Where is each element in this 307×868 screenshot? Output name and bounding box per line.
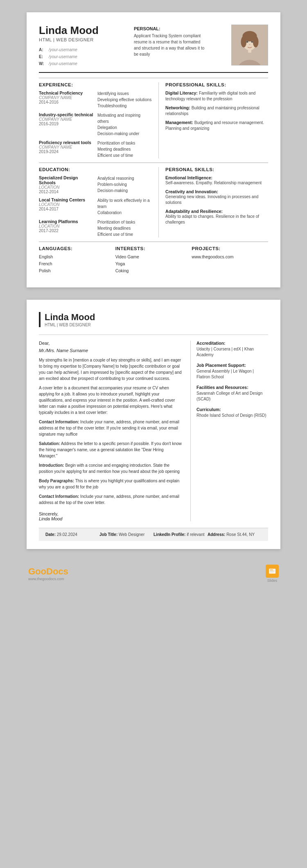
edu-title-0: Specialized Design Schools xyxy=(39,175,93,185)
exp-skill-1-0: Motivating and inspiring others xyxy=(97,112,152,124)
edu-skill-2-1: Meeting deadlines xyxy=(97,225,152,231)
edu-date-1: 2014-2017 xyxy=(39,207,93,211)
exp-left-1: Industry-specific technical COMPANY NAME… xyxy=(39,112,93,137)
brand-url: www.thegoodocs.com xyxy=(28,577,68,581)
edu-left-2: Learning Platforms LOCATION 2017-2022 xyxy=(39,219,93,237)
cover-sidebar: Accreditation: Udacity | Coursera | edX … xyxy=(190,341,268,521)
edu-skill-0-0: Analytical reasoning xyxy=(97,175,152,181)
resume-name: Linda Mood xyxy=(39,25,99,36)
exp-date-1: 2016-2019 xyxy=(39,122,93,126)
edu-skills-0: Analytical reasoning Problem-solving Dec… xyxy=(97,175,152,194)
brand-logo-main: Goo xyxy=(28,566,46,576)
edu-skills-1: Ability to work effectively in a team Co… xyxy=(97,197,152,216)
cover-title: HTML | WEB DESIGNER xyxy=(45,323,268,327)
exp-title-2: Proficiency relevant tools xyxy=(39,140,93,145)
svg-point-6 xyxy=(246,41,248,43)
exp-title-1: Industry-specific technical xyxy=(39,112,93,117)
svg-rect-12 xyxy=(270,571,275,571)
contact-label-a: A: xyxy=(39,46,46,53)
skill-1: Networking: Building and maintaining pro… xyxy=(165,105,268,117)
exp-skill-0-2: Troubleshooting xyxy=(97,103,152,109)
sidebar-entry-text-2: Savannah College of Art and Design (SCAD… xyxy=(196,391,268,402)
edu-skill-2-2: Efficient use of time xyxy=(97,231,152,237)
personal-skill-desc-2: Ability to adapt to changes. Resilience … xyxy=(165,214,268,225)
footer-linkedin-label: LinkedIn Profile: xyxy=(154,532,185,537)
exp-company-2: COMPANY NAME xyxy=(39,145,93,149)
contact-label-w: W: xyxy=(39,60,46,67)
cover-section-2: Introduction: Begin with a concise and e… xyxy=(39,462,182,475)
sidebar-entry-text-3: Rhode Island School of Design (RISD) xyxy=(196,413,268,418)
exp-item-0: Technical Proficiency COMPANY NAME 2014-… xyxy=(39,90,152,109)
sidebar-entry-title-0: Accreditation: xyxy=(196,341,268,346)
cover-sincerely: Sincerely, xyxy=(39,511,182,516)
footer-linkedin-value: if relevant xyxy=(187,532,204,537)
skill-name-1: Networking: xyxy=(165,105,190,110)
exp-skill-0-1: Developing effective solutions xyxy=(97,97,152,103)
svg-point-7 xyxy=(251,41,253,43)
sidebar-entry-text-1: General Assembly | Le Wagon | Flatiron S… xyxy=(196,368,268,380)
footer-job-label: Job Title: xyxy=(99,532,117,537)
resume-header: Linda Mood HTML | WEB DESIGNER A: /your-… xyxy=(39,25,268,73)
svg-rect-9 xyxy=(248,50,251,53)
exp-date-0: 2014-2016 xyxy=(39,100,93,104)
edu-location-1: LOCATION xyxy=(39,202,93,207)
interest-0: Video Game xyxy=(115,254,188,259)
exp-skill-2-0: Prioritization of tasks xyxy=(97,140,152,146)
personal-skill-2: Adaptability and Resilience: Ability to … xyxy=(165,209,268,225)
footer-date-col: Date: 29.02.2024 xyxy=(45,532,99,537)
contact-label-e: E: xyxy=(39,53,46,60)
skill-2: Management: Budgeting and resource manag… xyxy=(165,120,268,131)
branding-footer: GooDocs www.thegoodocs.com Slides xyxy=(27,561,280,583)
edu-location-2: LOCATION xyxy=(39,224,93,228)
langs-interests-projects-row: LANGUAGES: English French Polish INTERES… xyxy=(39,242,268,275)
edu-item-1: Local Training Centers LOCATION 2014-201… xyxy=(39,197,152,216)
edu-item-0: Specialized Design Schools LOCATION 2012… xyxy=(39,175,152,194)
cover-paragraph-1: A cover letter is a document that accomp… xyxy=(39,385,182,416)
exp-company-1: COMPANY NAME xyxy=(39,117,93,122)
slides-label: Slides xyxy=(267,579,278,583)
resume-header-left: Linda Mood HTML | WEB DESIGNER A: /your-… xyxy=(39,25,99,67)
cover-section-label-1: Salutation: xyxy=(39,441,60,446)
svg-rect-13 xyxy=(270,572,274,572)
sidebar-entry-text-0: Udacity | Coursera | edX | Khan Academy xyxy=(196,346,268,358)
education-section-row: EDUCATION: Specialized Design Schools LO… xyxy=(39,163,268,237)
footer-job-value: Web Designer xyxy=(119,532,144,537)
cover-salutation-name: Mr./Mrs. Name Surname xyxy=(39,348,182,353)
cover-section-3: Body Paragraphs: This is where you highl… xyxy=(39,478,182,490)
sidebar-entry-2: Facilities and Resources: Savannah Colle… xyxy=(196,385,268,402)
personal-skill-name-0: Emotional Intelligence: xyxy=(165,175,212,180)
slides-icon xyxy=(266,565,279,578)
language-1: French xyxy=(39,261,111,266)
sidebar-entry-title-3: Curriculum: xyxy=(196,407,268,412)
footer-linkedin-col: LinkedIn Profile: if relevant xyxy=(154,532,208,537)
language-2: Polish xyxy=(39,268,111,273)
contact-value-a: /your-username xyxy=(49,46,77,53)
resume-title: HTML | WEB DESIGNER xyxy=(39,37,99,42)
projects-col: PROJECTS: www.thegoodocs.com xyxy=(192,246,268,275)
experience-col: EXPERIENCE: Technical Proficiency COMPAN… xyxy=(39,82,158,158)
cover-body-row: Dear, Mr./Mrs. Name Surname My strengths… xyxy=(39,341,268,521)
exp-left-0: Technical Proficiency COMPANY NAME 2014-… xyxy=(39,90,93,109)
footer-job-col: Job Title: Web Designer xyxy=(99,532,154,537)
personal-skill-name-2: Adaptability and Resilience: xyxy=(165,209,223,214)
personal-skill-1: Creativity and Innovation: Generating ne… xyxy=(165,189,268,206)
edu-left-0: Specialized Design Schools LOCATION 2012… xyxy=(39,175,93,194)
cover-letter-page: Linda Mood HTML | WEB DESIGNER Dear, Mr.… xyxy=(27,300,280,549)
cover-footer: Date: 29.02.2024 Job Title: Web Designer… xyxy=(39,528,268,541)
svg-point-8 xyxy=(249,44,251,45)
cover-section-label-0: Contact Information: xyxy=(39,420,79,424)
personal-skill-desc-1: Generating new ideas. Innovating in proc… xyxy=(165,194,268,206)
skill-name-0: Digital Literacy: xyxy=(165,90,198,95)
edu-skill-0-2: Decision-making xyxy=(97,188,152,194)
personal-skills-title: PERSONAL SKILLS: xyxy=(165,167,268,172)
skill-0: Digital Literacy: Familiarity with digit… xyxy=(165,90,268,102)
cover-sincerely-name: Linda Mood xyxy=(39,516,182,521)
language-0: English xyxy=(39,254,111,259)
education-col: EDUCATION: Specialized Design Schools LO… xyxy=(39,167,158,237)
cover-section-label-2: Introduction: xyxy=(39,463,64,468)
contact-row-e: E: /your-username xyxy=(39,53,99,60)
page-wrapper: Linda Mood HTML | WEB DESIGNER A: /your-… xyxy=(0,0,307,596)
sidebar-entry-title-2: Facilities and Resources: xyxy=(196,385,268,390)
exp-skills-1: Motivating and inspiring others Delegati… xyxy=(97,112,152,137)
interest-1: Yoga xyxy=(115,261,188,266)
